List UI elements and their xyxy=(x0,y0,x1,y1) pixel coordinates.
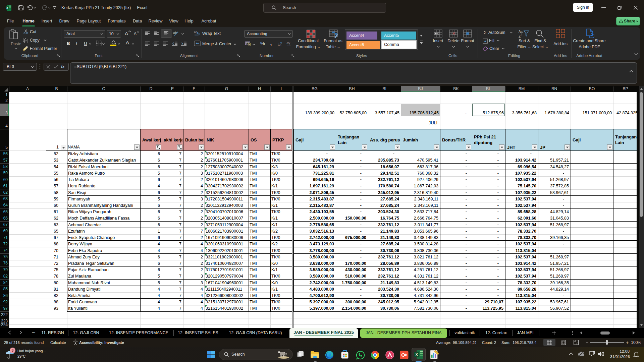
svg-text:x: x xyxy=(416,352,418,357)
svg-text:A: A xyxy=(519,30,521,34)
svg-text:x: x xyxy=(6,6,8,9)
svg-text:Z: Z xyxy=(519,35,521,38)
svg-text:.00: .00 xyxy=(277,44,281,47)
svg-text:ab: ab xyxy=(173,31,177,35)
svg-text:→0: →0 xyxy=(286,44,290,47)
